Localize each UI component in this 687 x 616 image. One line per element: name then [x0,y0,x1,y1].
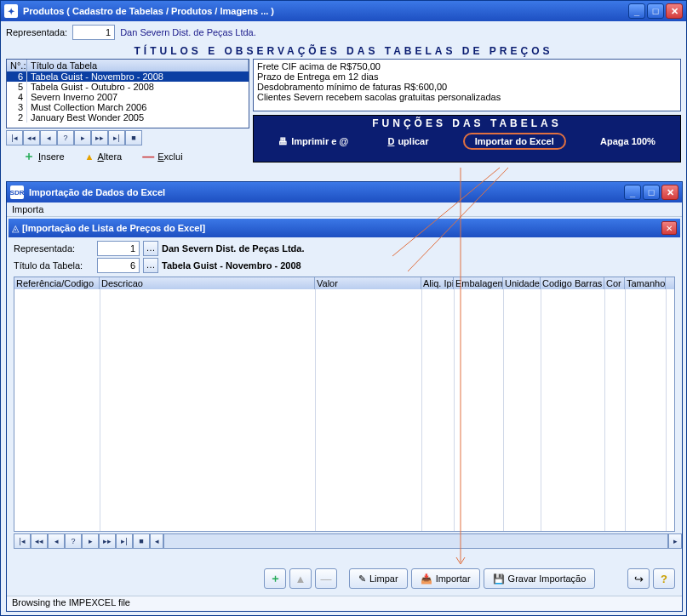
inner-representada-label: Representada: [14,243,94,254]
inner-representada-input[interactable] [97,241,140,256]
subwin-icon: ◬ [12,223,19,234]
add-button[interactable]: ＋ [264,568,286,589]
imprimir-button[interactable]: 🖶Imprimir e @ [273,134,353,148]
obs-line: Clientes Severn recebem sacolas gratuita… [257,92,677,102]
inner-titlebar: SDR Importação de Dados do Excel _ □ ✕ [7,182,682,202]
nav-prevset[interactable]: ◂◂ [23,130,40,145]
inner-close-button[interactable]: ✕ [661,185,678,200]
inav-prev[interactable]: ◂ [48,533,65,549]
representada-input[interactable] [72,25,115,40]
inav-mark[interactable]: ? [65,533,82,549]
titulos-table[interactable]: N°.: Título da Tabela 6Tabela Guist - No… [6,59,249,128]
importar-excel-button[interactable]: Importar do Excel [463,133,566,150]
altera-action[interactable]: ▲Altera [85,149,123,164]
nav-nextset[interactable]: ▸▸ [91,130,108,145]
inner-app-icon: SDR [10,185,24,199]
inner-maximize-button[interactable]: □ [643,185,660,200]
grid-col-header[interactable]: Unidade [503,277,541,289]
gravar-button[interactable]: 💾Gravar Importação [484,568,596,589]
help-button[interactable]: ? [653,568,675,589]
menubar: Importa [7,202,682,217]
representada-name: Dan Severn Dist. de Peças Ltda. [120,27,256,37]
titulo-lookup-button[interactable]: … [143,258,158,273]
inav-next[interactable]: ▸ [82,533,99,549]
obs-line: Desdobramento mínimo de faturas R$:600,0… [257,82,677,92]
menu-importa[interactable]: Importa [12,204,43,214]
up-button[interactable]: ▲ [289,568,312,589]
import-grid[interactable]: Referência/CodigoDescricaoValorAliq. Ipi… [14,277,675,532]
table-row[interactable]: 6Tabela Guist - Novembro - 2008 [7,71,249,82]
inav-right[interactable]: ▸ [668,533,682,549]
sub-titlebar: ◬ [Importação de Lista de Preços do Exce… [9,219,680,237]
grid-col-header[interactable]: Referência/Codigo [14,277,100,289]
outer-title: Produtos ( Cadastro de Tabelas / Produto… [23,6,628,16]
nav-mark[interactable]: ? [57,130,74,145]
inner-representada-name: Dan Severn Dist. de Peças Ltda. [162,243,305,254]
minus-icon: — [142,150,154,163]
inner-titulo-label: Título da Tabela: [14,260,94,271]
app-icon: ✦ [4,4,18,18]
func-title: FUNÇÕES DAS TABELAS [254,116,680,131]
sub-close-button[interactable]: ✕ [661,221,677,235]
inner-title: Importação de Dados do Excel [29,187,624,197]
h-scrollbar[interactable] [163,533,668,549]
inner-titulo-name: Tabela Guist - Novembro - 2008 [162,260,301,271]
obs-line: Prazo de Entrega em 12 dias [257,71,677,82]
broom-icon: ✎ [358,573,366,585]
grid-col-header[interactable]: Cor [604,277,625,289]
table-row[interactable]: 5Tabela Guist - Outubro - 2008 [7,82,249,92]
duplicar-button[interactable]: Duplicar [382,134,433,148]
nav-row-inner: |◂ ◂◂ ◂ ? ▸ ▸▸ ▸| ■ ◂ ▸ [14,533,682,549]
nav-stop[interactable]: ■ [125,130,142,145]
grid-col-header[interactable]: Codigo Barras [541,277,604,289]
nav-next[interactable]: ▸ [74,130,91,145]
sub-title: [Importação de Lista de Preços do Excel] [22,223,661,233]
insere-action[interactable]: ＋Insere [23,149,65,164]
table-row[interactable]: 3Must Collection March 2006 [7,102,249,112]
importar-button[interactable]: 📥Importar [411,568,480,589]
inav-stop[interactable]: ■ [133,533,150,549]
grid-col-header[interactable]: Aliq. Ipi [421,277,454,289]
import-icon: 📥 [421,573,432,585]
table-row[interactable]: 4Severn Inverno 2007 [7,92,249,102]
button-bar: ＋ ▲ — ✎Limpar 📥Importar 💾Gravar Importaç… [7,565,682,592]
inner-titulo-input[interactable] [97,258,140,273]
status-text: Browsing the IMPEXCEL file [12,597,130,607]
print-icon: 🖶 [278,136,288,146]
table-row[interactable]: 2January Best Wonder 2005 [7,112,249,123]
nav-row-top: |◂ ◂◂ ◂ ? ▸ ▸▸ ▸| ■ [6,130,249,145]
plus-icon: ＋ [23,149,35,164]
apaga-button[interactable]: Apaga 100% [595,134,661,148]
grid-col-header[interactable]: Valor [315,277,421,289]
inav-prevset[interactable]: ◂◂ [31,533,48,549]
maximize-button[interactable]: □ [647,3,664,19]
obs-box[interactable]: Frete CIF acima de R$750,00 Prazo de Ent… [253,59,681,111]
limpar-button[interactable]: ✎Limpar [349,568,408,589]
remove-button[interactable]: — [315,568,337,589]
nav-prev[interactable]: ◂ [40,130,57,145]
outer-window: ✦ Produtos ( Cadastro de Tabelas / Produ… [0,0,687,616]
close-button[interactable]: ✕ [666,3,683,19]
inav-nextset[interactable]: ▸▸ [99,533,116,549]
grid-col-header[interactable]: Tamanho [625,277,666,289]
grid-col-header[interactable]: Embalagem [454,277,503,289]
section-title: TÍTULOS E OBSERVAÇÕES DAS TABELAS DE PRE… [1,45,686,57]
col-n: N°.: [7,60,27,71]
exit-button[interactable]: ↪ [627,568,650,589]
nav-first[interactable]: |◂ [6,130,23,145]
representada-lookup-button[interactable]: … [143,241,158,256]
func-panel: FUNÇÕES DAS TABELAS 🖶Imprimir e @ Duplic… [253,115,681,163]
inav-last[interactable]: ▸| [116,533,133,549]
obs-line: Frete CIF acima de R$750,00 [257,61,677,71]
outer-titlebar: ✦ Produtos ( Cadastro de Tabelas / Produ… [1,1,686,21]
nav-last[interactable]: ▸| [108,130,125,145]
grid-col-header[interactable]: Descricao [100,277,315,289]
minimize-button[interactable]: _ [628,3,645,19]
exclui-action[interactable]: —Exclui [142,149,182,164]
representada-label: Representada: [6,27,67,37]
inner-minimize-button[interactable]: _ [624,185,641,200]
col-titulo: Título da Tabela [27,60,249,71]
inav-first[interactable]: |◂ [14,533,31,549]
inav-left[interactable]: ◂ [150,533,163,549]
inner-window: SDR Importação de Dados do Excel _ □ ✕ I… [6,181,683,612]
